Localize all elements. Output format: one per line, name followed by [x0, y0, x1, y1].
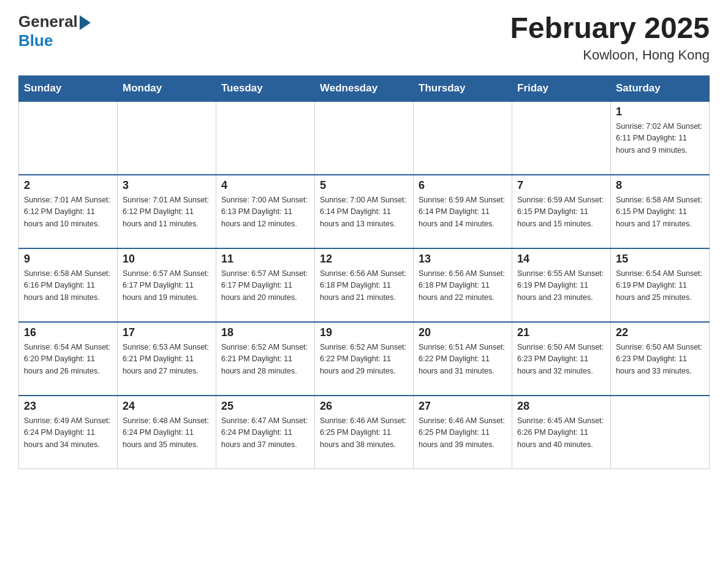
weekday-header-wednesday: Wednesday	[315, 75, 414, 101]
logo-triangle-icon	[80, 15, 91, 30]
day-number: 25	[221, 400, 309, 413]
calendar-cell	[315, 101, 414, 175]
page-header: General Blue February 2025 Kowloon, Hong…	[18, 12, 710, 63]
day-number: 9	[24, 253, 112, 266]
calendar-cell: 19Sunrise: 6:52 AM Sunset: 6:22 PM Dayli…	[315, 322, 414, 396]
day-number: 5	[320, 179, 408, 192]
calendar-cell: 20Sunrise: 6:51 AM Sunset: 6:22 PM Dayli…	[414, 322, 512, 396]
day-info: Sunrise: 6:46 AM Sunset: 6:25 PM Dayligh…	[419, 415, 507, 451]
weekday-header-sunday: Sunday	[19, 75, 118, 101]
weekday-header-tuesday: Tuesday	[216, 75, 315, 101]
day-number: 28	[517, 400, 605, 413]
logo-general-text: General	[18, 12, 78, 31]
day-info: Sunrise: 6:46 AM Sunset: 6:25 PM Dayligh…	[320, 415, 408, 451]
day-number: 23	[24, 400, 112, 413]
calendar-cell: 4Sunrise: 7:00 AM Sunset: 6:13 PM Daylig…	[216, 175, 315, 248]
calendar-cell: 7Sunrise: 6:59 AM Sunset: 6:15 PM Daylig…	[512, 175, 611, 248]
day-info: Sunrise: 6:53 AM Sunset: 6:21 PM Dayligh…	[123, 342, 211, 377]
logo: General Blue	[18, 12, 91, 50]
calendar-cell: 23Sunrise: 6:49 AM Sunset: 6:24 PM Dayli…	[19, 396, 118, 469]
calendar-cell: 10Sunrise: 6:57 AM Sunset: 6:17 PM Dayli…	[118, 248, 216, 322]
calendar-cell	[512, 101, 611, 175]
calendar-cell: 22Sunrise: 6:50 AM Sunset: 6:23 PM Dayli…	[611, 322, 710, 396]
day-info: Sunrise: 6:45 AM Sunset: 6:26 PM Dayligh…	[517, 415, 605, 451]
day-number: 24	[123, 400, 211, 413]
day-number: 26	[320, 400, 408, 413]
calendar-cell: 21Sunrise: 6:50 AM Sunset: 6:23 PM Dayli…	[512, 322, 611, 396]
calendar-cell: 18Sunrise: 6:52 AM Sunset: 6:21 PM Dayli…	[216, 322, 315, 396]
day-info: Sunrise: 6:59 AM Sunset: 6:15 PM Dayligh…	[517, 194, 605, 230]
week-row-3: 9Sunrise: 6:58 AM Sunset: 6:16 PM Daylig…	[19, 248, 710, 322]
calendar-cell: 6Sunrise: 6:59 AM Sunset: 6:14 PM Daylig…	[414, 175, 512, 248]
calendar-cell	[118, 101, 216, 175]
calendar-cell: 1Sunrise: 7:02 AM Sunset: 6:11 PM Daylig…	[611, 101, 710, 175]
day-info: Sunrise: 7:01 AM Sunset: 6:12 PM Dayligh…	[123, 194, 211, 230]
weekday-header-thursday: Thursday	[414, 75, 512, 101]
day-info: Sunrise: 6:51 AM Sunset: 6:22 PM Dayligh…	[419, 342, 507, 377]
day-number: 14	[517, 253, 605, 266]
day-number: 21	[517, 326, 605, 339]
calendar-subtitle: Kowloon, Hong Kong	[510, 47, 710, 63]
day-info: Sunrise: 6:55 AM Sunset: 6:19 PM Dayligh…	[517, 268, 605, 304]
calendar-cell: 14Sunrise: 6:55 AM Sunset: 6:19 PM Dayli…	[512, 248, 611, 322]
day-number: 27	[419, 400, 507, 413]
day-number: 10	[123, 253, 211, 266]
calendar-cell: 9Sunrise: 6:58 AM Sunset: 6:16 PM Daylig…	[19, 248, 118, 322]
day-number: 4	[221, 179, 309, 192]
weekday-header-saturday: Saturday	[611, 75, 710, 101]
calendar-cell: 11Sunrise: 6:57 AM Sunset: 6:17 PM Dayli…	[216, 248, 315, 322]
calendar-cell: 28Sunrise: 6:45 AM Sunset: 6:26 PM Dayli…	[512, 396, 611, 469]
day-info: Sunrise: 6:52 AM Sunset: 6:21 PM Dayligh…	[221, 342, 309, 377]
day-info: Sunrise: 7:00 AM Sunset: 6:13 PM Dayligh…	[221, 194, 309, 230]
weekday-header-friday: Friday	[512, 75, 611, 101]
calendar-cell: 17Sunrise: 6:53 AM Sunset: 6:21 PM Dayli…	[118, 322, 216, 396]
weekday-header-row: SundayMondayTuesdayWednesdayThursdayFrid…	[19, 75, 710, 101]
calendar-cell: 12Sunrise: 6:56 AM Sunset: 6:18 PM Dayli…	[315, 248, 414, 322]
day-info: Sunrise: 6:57 AM Sunset: 6:17 PM Dayligh…	[221, 268, 309, 304]
week-row-1: 1Sunrise: 7:02 AM Sunset: 6:11 PM Daylig…	[19, 101, 710, 175]
calendar-title: February 2025	[510, 12, 710, 45]
day-number: 8	[616, 179, 704, 192]
logo-blue-text: Blue	[18, 31, 53, 50]
day-info: Sunrise: 7:00 AM Sunset: 6:14 PM Dayligh…	[320, 194, 408, 230]
day-info: Sunrise: 6:57 AM Sunset: 6:17 PM Dayligh…	[123, 268, 211, 304]
day-info: Sunrise: 6:47 AM Sunset: 6:24 PM Dayligh…	[221, 415, 309, 451]
week-row-2: 2Sunrise: 7:01 AM Sunset: 6:12 PM Daylig…	[19, 175, 710, 248]
calendar-cell: 2Sunrise: 7:01 AM Sunset: 6:12 PM Daylig…	[19, 175, 118, 248]
calendar-cell: 13Sunrise: 6:56 AM Sunset: 6:18 PM Dayli…	[414, 248, 512, 322]
calendar-cell	[19, 101, 118, 175]
day-info: Sunrise: 6:49 AM Sunset: 6:24 PM Dayligh…	[24, 415, 112, 451]
day-number: 20	[419, 326, 507, 339]
day-info: Sunrise: 6:56 AM Sunset: 6:18 PM Dayligh…	[419, 268, 507, 304]
calendar-cell: 25Sunrise: 6:47 AM Sunset: 6:24 PM Dayli…	[216, 396, 315, 469]
day-number: 13	[419, 253, 507, 266]
day-info: Sunrise: 6:54 AM Sunset: 6:19 PM Dayligh…	[616, 268, 704, 304]
day-number: 1	[616, 105, 704, 118]
day-number: 15	[616, 253, 704, 266]
day-number: 6	[419, 179, 507, 192]
day-number: 12	[320, 253, 408, 266]
week-row-5: 23Sunrise: 6:49 AM Sunset: 6:24 PM Dayli…	[19, 396, 710, 469]
calendar-cell	[611, 396, 710, 469]
day-number: 3	[123, 179, 211, 192]
day-info: Sunrise: 6:50 AM Sunset: 6:23 PM Dayligh…	[616, 342, 704, 377]
day-number: 22	[616, 326, 704, 339]
day-info: Sunrise: 6:52 AM Sunset: 6:22 PM Dayligh…	[320, 342, 408, 377]
calendar-cell: 8Sunrise: 6:58 AM Sunset: 6:15 PM Daylig…	[611, 175, 710, 248]
day-info: Sunrise: 6:48 AM Sunset: 6:24 PM Dayligh…	[123, 415, 211, 451]
calendar-cell: 24Sunrise: 6:48 AM Sunset: 6:24 PM Dayli…	[118, 396, 216, 469]
calendar-cell: 26Sunrise: 6:46 AM Sunset: 6:25 PM Dayli…	[315, 396, 414, 469]
calendar-cell: 5Sunrise: 7:00 AM Sunset: 6:14 PM Daylig…	[315, 175, 414, 248]
day-number: 7	[517, 179, 605, 192]
day-info: Sunrise: 7:01 AM Sunset: 6:12 PM Dayligh…	[24, 194, 112, 230]
day-info: Sunrise: 6:58 AM Sunset: 6:15 PM Dayligh…	[616, 194, 704, 230]
day-info: Sunrise: 6:58 AM Sunset: 6:16 PM Dayligh…	[24, 268, 112, 304]
day-info: Sunrise: 6:56 AM Sunset: 6:18 PM Dayligh…	[320, 268, 408, 304]
day-number: 16	[24, 326, 112, 339]
title-area: February 2025 Kowloon, Hong Kong	[510, 12, 710, 63]
calendar-cell: 27Sunrise: 6:46 AM Sunset: 6:25 PM Dayli…	[414, 396, 512, 469]
day-number: 2	[24, 179, 112, 192]
day-number: 19	[320, 326, 408, 339]
calendar-cell: 16Sunrise: 6:54 AM Sunset: 6:20 PM Dayli…	[19, 322, 118, 396]
day-number: 17	[123, 326, 211, 339]
